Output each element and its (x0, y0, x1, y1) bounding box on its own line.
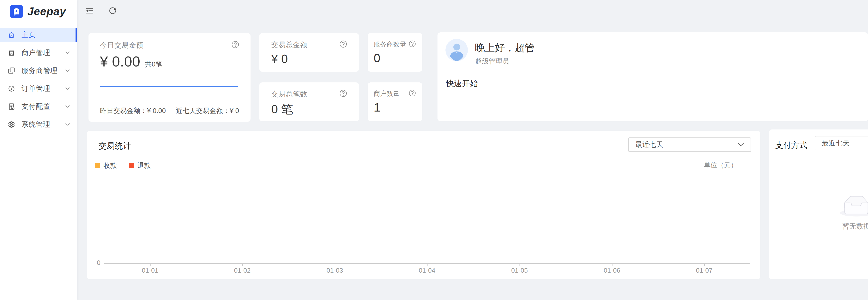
chevron-down-icon (738, 143, 744, 147)
stat-label: 今日交易金额 (100, 41, 143, 50)
help-icon[interactable] (231, 41, 239, 48)
x-axis-tick (335, 264, 335, 266)
legend-item-refund[interactable]: 退款 (129, 161, 151, 170)
brand-name: Jeepay (27, 5, 66, 18)
legend-label: 退款 (137, 161, 151, 170)
sidebar-item-label: 商户管理 (22, 48, 65, 58)
avatar (445, 39, 468, 61)
svg-text:¥: ¥ (11, 87, 12, 91)
card-total-amount: 交易总金额 ¥ 0 (259, 33, 359, 72)
total-amount-value: ¥ 0 (271, 52, 347, 66)
greeting-text: 晚上好，超管 (475, 41, 535, 55)
chart-range-value: 最近七天 (635, 140, 663, 149)
sidebar-item-system[interactable]: 系统管理 (0, 117, 77, 132)
sidebar-item-service-providers[interactable]: 服务商管理 (0, 64, 77, 78)
x-axis-tick (242, 264, 243, 266)
home-icon (7, 31, 16, 39)
legend-swatch-income (95, 163, 100, 168)
sidebar-item-label: 支付配置 (22, 102, 65, 111)
y-axis-zero-label: 0 (91, 259, 100, 267)
chevron-down-icon (65, 69, 70, 72)
pay-range-select[interactable]: 最近七天 (815, 136, 868, 151)
stat-label: 交易总金额 (271, 40, 307, 49)
card-total-count: 交易总笔数 0 笔 (259, 82, 359, 121)
chevron-down-icon (65, 123, 70, 126)
empty-state: 暂无数据 (769, 196, 868, 231)
help-icon[interactable] (340, 90, 347, 97)
x-axis-tick (150, 264, 151, 266)
divider (437, 70, 868, 70)
today-amount-value: ¥ 0.00 (100, 53, 140, 70)
legend-item-income[interactable]: 收款 (95, 161, 117, 170)
stat-label: 商户数量 (374, 89, 400, 98)
x-axis-label: 01-04 (407, 267, 447, 274)
sidebar-item-label: 系统管理 (22, 120, 65, 129)
empty-text: 暂无数据 (769, 222, 868, 231)
chart-title: 交易统计 (98, 141, 131, 152)
help-icon[interactable] (409, 40, 416, 48)
x-axis-tick (427, 264, 428, 266)
x-axis-label: 01-02 (222, 267, 262, 274)
help-icon[interactable] (409, 90, 416, 97)
card-isv-count: 服务商数量 0 (368, 33, 422, 72)
pay-config-icon (7, 103, 16, 110)
cluster-icon (7, 67, 16, 75)
help-icon[interactable] (340, 40, 347, 48)
yesterday-amount: 昨日交易金额：¥ 0.00 (100, 106, 166, 115)
sidebar-item-merchants[interactable]: 商户管理 (0, 45, 77, 60)
chevron-down-icon (65, 87, 70, 90)
reload-icon[interactable] (109, 7, 117, 15)
chart-unit-label: 单位（元） (704, 161, 737, 170)
stat-label: 服务商数量 (374, 40, 406, 49)
chevron-down-icon (65, 105, 70, 108)
user-role: 超级管理员 (475, 57, 509, 66)
card-pay-methods: 支付方式 最近七天 暂无数据 (769, 129, 868, 279)
jeepay-dashboard: Jeepay 主页 商户管理 (0, 0, 868, 300)
brand-logo[interactable]: Jeepay (0, 0, 77, 23)
shop-icon (7, 49, 16, 57)
legend-label: 收款 (103, 161, 117, 170)
card-merchant-count: 商户数量 1 (368, 82, 422, 121)
sidebar: Jeepay 主页 商户管理 (0, 0, 77, 300)
x-axis-label: 01-06 (592, 267, 632, 274)
mini-trend-line (100, 86, 238, 87)
x-axis-tick (520, 264, 520, 266)
empty-box-icon (840, 196, 868, 217)
gear-icon (7, 121, 16, 129)
card-welcome: 晚上好，超管 超级管理员 快速开始 (437, 32, 868, 121)
sidebar-item-home[interactable]: 主页 (0, 28, 77, 42)
transaction-icon: ¥ (7, 85, 16, 93)
pay-methods-title: 支付方式 (775, 140, 807, 151)
x-axis-label: 01-03 (315, 267, 355, 274)
card-trade-chart: 交易统计 最近七天 收款 退款 单位（元） 0 01-01 (87, 131, 760, 279)
isv-count-value: 0 (374, 51, 416, 65)
stat-label: 交易总笔数 (271, 89, 307, 99)
chart-legend: 收款 退款 (95, 161, 151, 170)
quick-start-title: 快速开始 (446, 78, 478, 89)
chevron-down-icon (65, 51, 70, 54)
sidebar-item-pay-config[interactable]: 支付配置 (0, 99, 77, 114)
x-axis-label: 01-07 (684, 267, 724, 274)
merchant-count-value: 1 (374, 101, 416, 114)
jeepay-logo-icon (10, 5, 23, 18)
total-count-value: 0 笔 (271, 101, 347, 117)
today-count-suffix: 共0笔 (145, 60, 162, 69)
chart-range-select[interactable]: 最近七天 (628, 137, 751, 152)
sidebar-nav: 主页 商户管理 (0, 23, 77, 132)
week-amount: 近七天交易金额：¥ 0 (176, 106, 239, 115)
sidebar-item-label: 主页 (22, 30, 70, 40)
card-today-amount: 今日交易金额 ¥ 0.00 共0笔 昨日交易金额：¥ 0.00 近七天交易金额：… (89, 33, 251, 122)
x-axis-tick (612, 264, 613, 266)
x-axis-label: 01-01 (130, 267, 170, 274)
x-axis-label: 01-05 (500, 267, 539, 274)
sidebar-item-label: 订单管理 (22, 84, 65, 93)
x-axis-tick (704, 264, 705, 266)
sidebar-item-label: 服务商管理 (22, 66, 65, 75)
menu-fold-icon[interactable] (85, 6, 94, 15)
sidebar-item-orders[interactable]: ¥ 订单管理 (0, 81, 77, 96)
legend-swatch-refund (129, 163, 134, 168)
pay-range-value: 最近七天 (822, 138, 849, 148)
